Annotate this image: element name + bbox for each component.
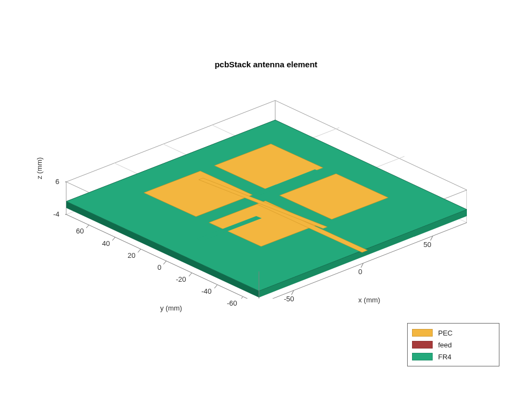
y-tick-0: 0 bbox=[157, 263, 161, 271]
legend-swatch-feed bbox=[412, 341, 433, 349]
x-tick--50: -50 bbox=[284, 295, 294, 303]
y-tick-60: 60 bbox=[76, 227, 84, 235]
y-tick-20: 20 bbox=[128, 251, 135, 259]
legend-swatch-fr4 bbox=[412, 353, 433, 360]
legend-item-feed: feed bbox=[412, 339, 493, 351]
y-axis-label: y (mm) bbox=[160, 304, 182, 312]
legend-swatch-pec bbox=[412, 329, 433, 337]
x-axis-label: x (mm) bbox=[358, 296, 380, 304]
chart-3d-axes: z (mm) 6 -4 60 40 20 0 -20 -40 -60 y (mm… bbox=[65, 71, 467, 299]
chart-svg bbox=[65, 71, 467, 299]
y-tick--20: -20 bbox=[176, 275, 186, 283]
x-tick-50: 50 bbox=[423, 240, 431, 249]
y-tick--60: -60 bbox=[227, 299, 237, 307]
z-tick--4: -4 bbox=[53, 210, 60, 218]
y-tick-40: 40 bbox=[102, 239, 110, 248]
x-tick-0: 0 bbox=[358, 268, 362, 276]
svg-line-25 bbox=[163, 261, 166, 264]
svg-line-24 bbox=[138, 249, 141, 252]
legend-label-fr4: FR4 bbox=[438, 353, 452, 361]
legend-item-pec: PEC bbox=[412, 327, 493, 339]
z-axis-label: z (mm) bbox=[35, 157, 43, 179]
svg-line-22 bbox=[86, 225, 89, 228]
legend: PEC feed FR4 bbox=[407, 323, 499, 366]
svg-line-27 bbox=[214, 285, 217, 288]
legend-label-pec: PEC bbox=[438, 329, 453, 337]
legend-item-fr4: FR4 bbox=[412, 351, 493, 363]
z-tick-6: 6 bbox=[55, 178, 59, 186]
svg-line-26 bbox=[189, 273, 192, 276]
y-tick--40: -40 bbox=[201, 287, 212, 295]
legend-label-feed: feed bbox=[438, 341, 452, 349]
chart-title: pcbStack antenna element bbox=[0, 60, 532, 69]
svg-line-23 bbox=[112, 237, 115, 240]
svg-line-28 bbox=[240, 297, 243, 299]
